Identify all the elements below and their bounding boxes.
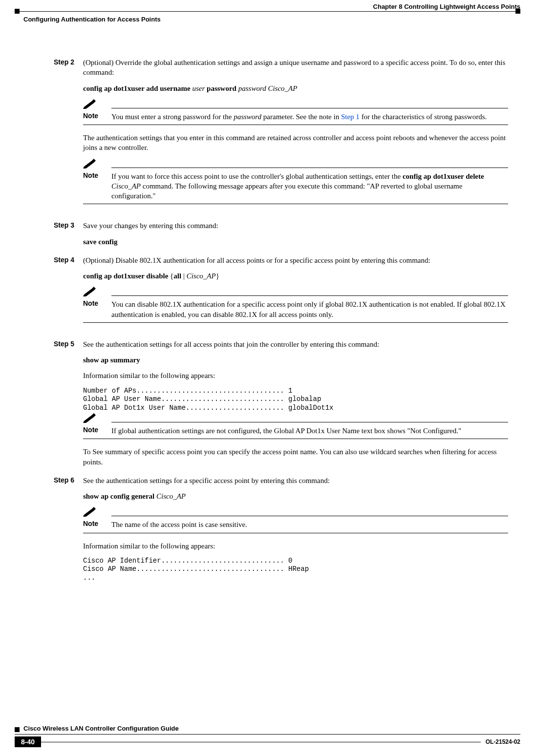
note-label: Note — [83, 520, 111, 529]
cmd-arg: password Cisco_AP — [236, 84, 297, 92]
note-italic: Cisco_AP — [111, 182, 141, 190]
running-header-chapter: Chapter 8 Controlling Lightweight Access… — [0, 3, 535, 10]
step6-para1: See the authentication settings for a sp… — [83, 476, 508, 485]
step-3: Step 3 Save your changes by entering thi… — [54, 221, 508, 252]
cmd-arg: Cisco_AP — [187, 272, 216, 280]
note-text: You must enter a strong password for the — [111, 113, 234, 121]
step-5: Step 5 See the authentication settings f… — [54, 339, 508, 473]
cmd-all: all — [173, 272, 181, 280]
running-header-section: Configuring Authentication for Access Po… — [23, 16, 161, 23]
step5-output: Number of APs...........................… — [83, 387, 508, 413]
note-label: Note — [83, 171, 111, 201]
footer-title: Cisco Wireless LAN Controller Configurat… — [23, 725, 179, 732]
step-4: Step 4 (Optional) Disable 802.1X authent… — [54, 255, 508, 331]
step4-para: (Optional) Disable 802.1X authentication… — [83, 255, 508, 265]
cmd-text: show ap config general — [83, 492, 156, 500]
note-block: Note If you want to force this access po… — [83, 161, 508, 205]
step5-para3: To See summary of specific access point … — [83, 447, 508, 467]
note-text: parameter. See the note in — [261, 113, 341, 121]
step2-para2: The authentication settings that you ent… — [83, 133, 508, 153]
step5-para2: Information similar to the following app… — [83, 371, 508, 380]
step-label: Step 3 — [54, 221, 83, 229]
cmd-text: password — [207, 84, 236, 92]
note-block: Note The name of the access point is cas… — [83, 509, 508, 533]
step-label: Step 4 — [54, 255, 83, 264]
cmd-text: config ap dot1xuser add username — [83, 84, 191, 92]
note-bold: config ap dot1xuser delete — [403, 172, 484, 180]
step4-command: config ap dot1xuser disable {all | Cisco… — [83, 271, 508, 281]
step-6: Step 6 See the authentication settings f… — [54, 476, 508, 585]
header-rule — [15, 11, 520, 14]
note-icon — [83, 507, 98, 517]
note-icon — [83, 159, 98, 168]
cmd-text: config ap dot1xuser disable — [83, 272, 170, 280]
note-block: Note You must enter a strong password fo… — [83, 101, 508, 125]
note-body: You must enter a strong password for the… — [111, 112, 508, 122]
note-body: You can disable 802.1X authentication fo… — [111, 299, 508, 319]
step6-command: show ap config general Cisco_AP — [83, 491, 508, 501]
step5-command: show ap summary — [83, 355, 508, 365]
step-label: Step 6 — [54, 476, 83, 484]
step6-output: Cisco AP Identifier.....................… — [83, 557, 508, 583]
note-icon — [83, 99, 98, 109]
step2-command: config ap dot1xuser add username user pa… — [83, 84, 508, 93]
page-footer: Cisco Wireless LAN Controller Configurat… — [15, 725, 520, 747]
note-icon — [83, 287, 98, 296]
note-text: If you want to force this access point t… — [111, 172, 403, 180]
note-text: command. The following message appears a… — [111, 182, 462, 200]
step1-link[interactable]: Step 1 — [341, 113, 360, 121]
note-italic: password — [234, 113, 261, 121]
step5-para1: See the authentication settings for all … — [83, 339, 508, 349]
note-label: Note — [83, 299, 111, 319]
note-block: Note If global authentication settings a… — [83, 415, 508, 439]
note-body: The name of the access point is case sen… — [111, 520, 508, 529]
cmd-arg: user — [191, 84, 207, 92]
step3-para: Save your changes by entering this comma… — [83, 221, 508, 231]
step3-command: save config — [83, 237, 508, 247]
step-2: Step 2 (Optional) Override the global au… — [54, 58, 508, 212]
step-label: Step 2 — [54, 58, 83, 66]
cmd-arg: Cisco_AP — [156, 492, 186, 500]
note-body: If global authentication settings are no… — [111, 426, 508, 436]
note-label: Note — [83, 112, 111, 122]
note-text: for the characteristics of strong passwo… — [360, 113, 487, 121]
step6-para2: Information similar to the following app… — [83, 541, 508, 551]
pipe: | — [181, 272, 187, 280]
step-label: Step 5 — [54, 339, 83, 348]
page-number: 8-40 — [15, 736, 41, 747]
main-content: Step 2 (Optional) Override the global au… — [54, 49, 508, 584]
note-label: Note — [83, 426, 111, 436]
doc-id: OL-21524-02 — [481, 738, 520, 745]
note-body: If you want to force this access point t… — [111, 171, 508, 201]
note-icon — [83, 413, 98, 423]
step2-para1: (Optional) Override the global authentic… — [83, 58, 508, 78]
note-block: Note You can disable 802.1X authenticati… — [83, 289, 508, 323]
brace: } — [216, 272, 219, 280]
